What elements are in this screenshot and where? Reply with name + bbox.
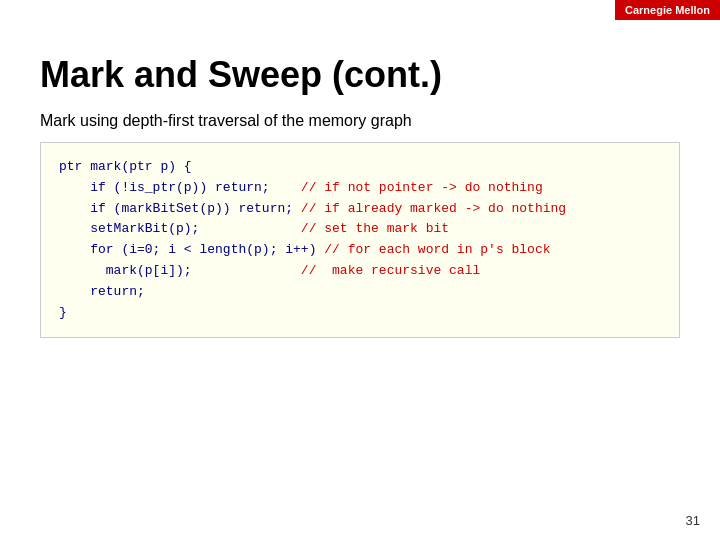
code-text: mark(p[i]); <box>59 261 301 282</box>
page-number: 31 <box>686 513 700 528</box>
code-text: } <box>59 303 67 324</box>
code-line-5: for (i=0; i < length(p); i++) // for eac… <box>59 240 661 261</box>
slide-subtitle: Mark using depth-first traversal of the … <box>40 112 680 130</box>
code-text: return; <box>59 282 145 303</box>
code-line-6: mark(p[i]); // make recursive call <box>59 261 661 282</box>
code-text: ptr mark(ptr p) { <box>59 157 192 178</box>
code-comment: // if already marked -> do nothing <box>301 199 566 220</box>
code-text: for (i=0; i < length(p); i++) <box>59 240 324 261</box>
code-comment: // for each word in p's block <box>324 240 550 261</box>
code-comment: // set the mark bit <box>301 219 449 240</box>
slide-content: Mark and Sweep (cont.) Mark using depth-… <box>0 0 720 540</box>
code-line-2: if (!is_ptr(p)) return; // if not pointe… <box>59 178 661 199</box>
code-line-4: setMarkBit(p); // set the mark bit <box>59 219 661 240</box>
code-text: if (markBitSet(p)) return; <box>59 199 301 220</box>
code-line-7: return; <box>59 282 661 303</box>
code-text: setMarkBit(p); <box>59 219 301 240</box>
code-comment: // make recursive call <box>301 261 480 282</box>
code-line-8: } <box>59 303 661 324</box>
code-line-1: ptr mark(ptr p) { <box>59 157 661 178</box>
code-text: if (!is_ptr(p)) return; <box>59 178 301 199</box>
code-line-3: if (markBitSet(p)) return; // if already… <box>59 199 661 220</box>
code-block: ptr mark(ptr p) { if (!is_ptr(p)) return… <box>40 142 680 338</box>
slide-title: Mark and Sweep (cont.) <box>40 54 680 96</box>
code-comment: // if not pointer -> do nothing <box>301 178 543 199</box>
